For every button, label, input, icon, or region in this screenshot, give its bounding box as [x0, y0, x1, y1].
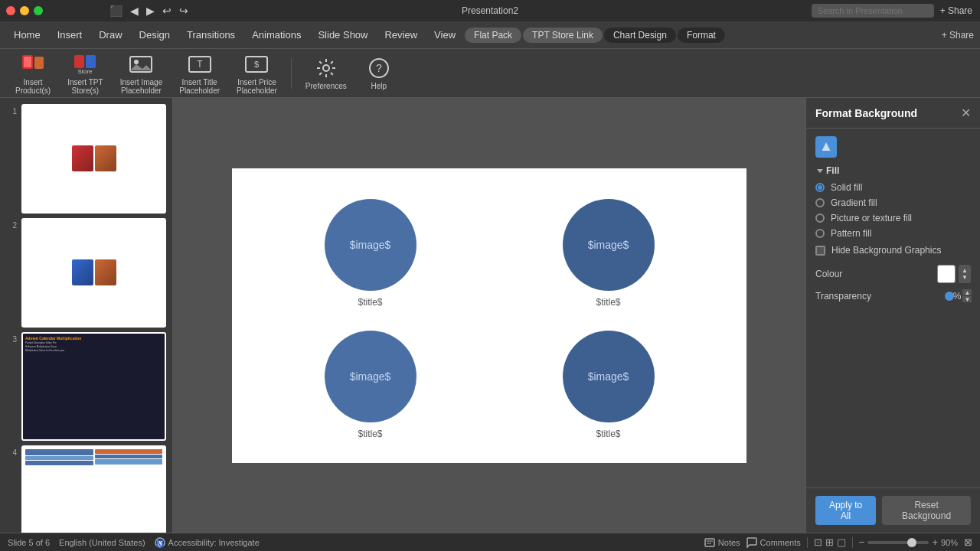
menu-view[interactable]: View	[426, 26, 463, 44]
share-button-menu[interactable]: + Share	[942, 30, 974, 41]
circle-4[interactable]: $image$	[563, 331, 655, 422]
insert-image-placeholder-button[interactable]: Insert Image Placeholder	[114, 49, 169, 98]
slide-canvas[interactable]: $image$ $title$ $image$ $title$ $image$ …	[232, 168, 746, 463]
slide-item-1[interactable]: 1	[6, 104, 166, 214]
picture-texture-fill-option[interactable]: Picture or texture fill	[815, 213, 971, 223]
fill-section-header[interactable]: Fill	[815, 165, 971, 176]
hide-background-checkbox[interactable]	[815, 246, 825, 256]
slide-thumb-4[interactable]	[21, 445, 166, 533]
close-button[interactable]	[6, 6, 15, 15]
toolbar-icon-1[interactable]: ⬛	[107, 5, 125, 17]
menu-format[interactable]: Format	[678, 28, 725, 43]
insert-products-button[interactable]: Insert Product(s)	[9, 49, 57, 98]
redo-button[interactable]: ↪	[177, 5, 191, 17]
slide-item-2[interactable]: 2	[6, 218, 166, 328]
slideshow-button[interactable]: ▢	[837, 536, 846, 548]
colour-row: Colour ▲ ▼	[815, 265, 971, 283]
menu-transitions[interactable]: Transitions	[179, 26, 243, 44]
hide-background-option[interactable]: Hide Background Graphics	[815, 245, 971, 256]
circle-label-2: $title$	[596, 297, 620, 308]
colour-dropdown-button[interactable]: ▲ ▼	[959, 265, 971, 283]
accessibility-info[interactable]: ♿ Accessibility: Investigate	[155, 537, 260, 548]
menu-design[interactable]: Design	[132, 26, 178, 44]
bottom-separator-2	[852, 537, 853, 548]
insert-price-placeholder-button[interactable]: $ Insert Price Placeholder	[230, 49, 283, 98]
menu-review[interactable]: Review	[377, 26, 425, 44]
slide-item-4[interactable]: 4	[6, 445, 166, 533]
circle-3[interactable]: $image$	[325, 331, 416, 422]
help-icon: ?	[367, 56, 391, 80]
zoom-in-button[interactable]: +	[932, 536, 938, 548]
transparency-arrows[interactable]: ▲ ▼	[962, 289, 972, 302]
insert-products-icon	[21, 52, 45, 77]
transparency-row: Transparency 0% ▲ ▼	[815, 289, 971, 302]
slides-panel: 1 2	[0, 98, 173, 533]
transparency-up[interactable]: ▲	[962, 289, 972, 295]
normal-view-button[interactable]: ⊡	[814, 536, 822, 548]
window-controls[interactable]	[6, 6, 43, 15]
menu-tpt-store-link[interactable]: TPT Store Link	[523, 28, 603, 43]
slide-item-3[interactable]: 3 Advent Calendar Multiplication Product…	[6, 332, 166, 442]
reset-background-button[interactable]: Reset Background	[882, 496, 971, 525]
toolbar-separator	[291, 58, 292, 89]
insert-tpt-store-button[interactable]: Store Insert TPT Store(s)	[61, 49, 109, 98]
svg-point-12	[323, 65, 329, 71]
minimize-button[interactable]	[20, 6, 29, 15]
transparency-down[interactable]: ▼	[962, 296, 972, 302]
grid-view-button[interactable]: ⊞	[825, 536, 834, 548]
slide-thumb-2[interactable]	[21, 218, 166, 328]
circle-item-3: $image$ $title$	[263, 331, 478, 439]
colour-swatch[interactable]	[937, 265, 956, 283]
toolbar-icon-3[interactable]: ▶	[144, 5, 157, 17]
comments-button[interactable]: Comments	[746, 537, 801, 548]
undo-button[interactable]: ↩	[160, 5, 174, 17]
circle-2[interactable]: $image$	[563, 199, 655, 291]
help-button[interactable]: ? Help	[358, 53, 400, 93]
maximize-button[interactable]	[34, 6, 43, 15]
solid-fill-radio[interactable]	[815, 183, 825, 192]
slide-thumb-1[interactable]	[21, 104, 166, 214]
gradient-fill-radio[interactable]	[815, 198, 825, 207]
insert-title-icon: T	[188, 52, 212, 77]
zoom-bar: − + 90%	[859, 536, 958, 548]
share-button[interactable]: + Share	[940, 5, 972, 16]
transparency-label: Transparency	[815, 291, 871, 302]
zoom-out-button[interactable]: −	[859, 536, 865, 548]
fit-to-window-button[interactable]: ⊠	[964, 536, 972, 548]
menu-draw[interactable]: Draw	[91, 26, 129, 44]
solid-fill-option[interactable]: Solid fill	[815, 182, 971, 193]
menu-home[interactable]: Home	[6, 26, 48, 44]
circle-label-3: $title$	[358, 429, 382, 439]
language-info: English (United States)	[59, 538, 145, 547]
menu-animations[interactable]: Animations	[244, 26, 309, 44]
slide-thumb-3[interactable]: Advent Calendar Multiplication Product D…	[21, 332, 166, 442]
preferences-button[interactable]: Preferences	[299, 53, 353, 93]
menu-flat-pack[interactable]: Flat Pack	[465, 28, 521, 43]
menu-chart-design[interactable]: Chart Design	[604, 28, 676, 43]
title-bar: ⬛ ◀ ▶ ↩ ↪ Presentation2 + Share	[0, 0, 980, 21]
toolbar-icon-2[interactable]: ◀	[128, 5, 141, 17]
insert-title-placeholder-button[interactable]: T Insert Title Placeholder	[173, 49, 226, 98]
notes-button[interactable]: Notes	[704, 537, 740, 548]
transparency-thumb	[945, 292, 954, 301]
menu-insert[interactable]: Insert	[50, 26, 90, 44]
colour-label: Colour	[815, 269, 842, 279]
pattern-fill-option[interactable]: Pattern fill	[815, 228, 971, 239]
format-close-button[interactable]: ✕	[961, 106, 971, 120]
picture-texture-radio[interactable]	[815, 214, 825, 223]
search-input[interactable]	[812, 4, 934, 18]
menu-slideshow[interactable]: Slide Show	[310, 26, 375, 44]
pattern-fill-radio[interactable]	[815, 229, 825, 238]
apply-to-all-button[interactable]: Apply to All	[815, 496, 876, 525]
colour-swatch-row: ▲ ▼	[937, 265, 971, 283]
svg-point-7	[134, 60, 139, 64]
gradient-fill-option[interactable]: Gradient fill	[815, 197, 971, 208]
svg-rect-1	[24, 57, 31, 67]
circle-item-1: $image$ $title$	[263, 199, 478, 308]
comments-icon	[746, 537, 757, 548]
insert-price-icon: $	[244, 52, 269, 77]
circle-1[interactable]: $image$	[325, 199, 416, 291]
zoom-slider[interactable]	[867, 541, 929, 544]
svg-text:T: T	[197, 59, 203, 70]
fill-icon-button[interactable]	[815, 136, 837, 158]
